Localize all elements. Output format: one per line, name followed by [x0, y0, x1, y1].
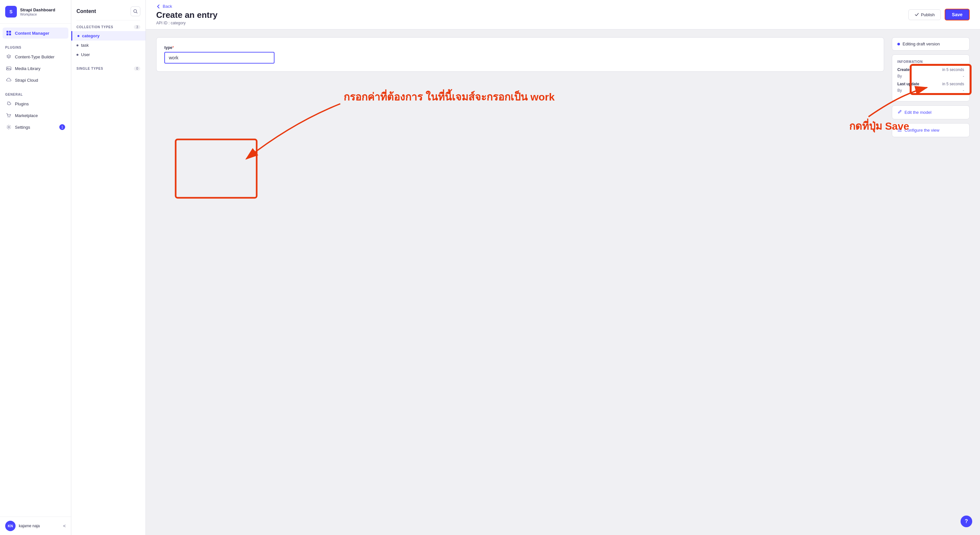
type-label: category: [82, 33, 100, 38]
type-item-task[interactable]: task: [71, 41, 145, 50]
topbar-actions: Publish Save: [908, 9, 970, 21]
search-button[interactable]: [130, 6, 140, 16]
edit-model-label: Edit the model: [905, 110, 931, 115]
form-card: type*: [156, 37, 884, 72]
created-by-label: By: [897, 74, 902, 78]
plugins-label: PLUGINS: [3, 45, 68, 51]
collapse-button[interactable]: <: [63, 523, 66, 529]
draft-dot: [897, 43, 900, 45]
field-required: *: [172, 45, 174, 50]
save-button[interactable]: Save: [945, 9, 970, 21]
sidebar-footer: KN kajame naja <: [0, 516, 71, 535]
sidebar-item-label: Marketplace: [15, 113, 38, 118]
topbar-left: Back Create an entry API ID : category: [156, 4, 218, 25]
svg-rect-2: [6, 33, 8, 35]
sidebar-item-label: Settings: [15, 125, 30, 130]
layers-icon: [6, 54, 12, 60]
last-update-row: Last update in 5 seconds: [897, 82, 964, 86]
collection-types-label: COLLECTION TYPES: [76, 25, 113, 29]
sidebar-item-content-type-builder[interactable]: Content-Type Builder: [3, 51, 68, 62]
publish-button[interactable]: Publish: [908, 10, 941, 20]
app-subtitle: Workplace: [20, 12, 55, 16]
page-title: Create an entry: [156, 10, 218, 20]
type-label: task: [81, 43, 89, 48]
type-label: User: [81, 52, 90, 57]
grid-icon: [6, 30, 12, 36]
type-item-user[interactable]: User: [71, 50, 145, 59]
svg-rect-3: [9, 33, 11, 35]
single-types-label: SINGLE TYPES: [76, 67, 103, 70]
sliders-icon: [897, 127, 902, 133]
sidebar-item-marketplace[interactable]: Marketplace: [3, 110, 68, 121]
form-area: type*: [156, 37, 884, 527]
sidebar-item-media-library[interactable]: Media Library: [3, 63, 68, 74]
sidebar-item-settings[interactable]: Settings 1: [3, 122, 68, 133]
updated-by-value: -: [963, 88, 964, 93]
configure-view-button[interactable]: Configure the view: [892, 123, 970, 137]
edit-model-button[interactable]: Edit the model: [892, 105, 970, 119]
sidebar-item-content-manager[interactable]: Content Manager: [3, 27, 68, 38]
type-dot: [76, 54, 78, 56]
cloud-icon: [6, 77, 12, 83]
body-content: type* Editing draft version INFORMATION …: [146, 30, 980, 535]
back-link[interactable]: Back: [156, 4, 218, 9]
draft-label: Editing draft version: [902, 41, 940, 46]
last-update-value: in 5 seconds: [942, 82, 964, 86]
logo-icon: S: [5, 6, 17, 18]
sidebar-item-strapi-cloud[interactable]: Strapi Cloud: [3, 75, 68, 86]
user-avatar: KN: [5, 521, 16, 531]
type-dot: [76, 45, 78, 46]
image-icon: [6, 65, 12, 71]
publish-label: Publish: [921, 12, 935, 17]
content-panel: Content COLLECTION TYPES 3 category task…: [71, 0, 146, 535]
svg-point-6: [8, 117, 8, 117]
svg-rect-4: [6, 67, 11, 70]
svg-rect-0: [6, 31, 8, 33]
general-section: GENERAL Plugins Marketplace: [0, 88, 71, 135]
plugins-section: PLUGINS Content-Type Builder Media Libra…: [0, 41, 71, 88]
type-input[interactable]: [164, 52, 275, 64]
sidebar: S Strapi Dashboard Workplace Content Man…: [0, 0, 71, 535]
single-types-header: SINGLE TYPES 0: [71, 62, 145, 73]
info-card: INFORMATION Created in 5 seconds By - La…: [892, 54, 970, 102]
user-name: kajame naja: [19, 524, 60, 528]
general-label: GENERAL: [3, 91, 68, 98]
right-panel: Editing draft version INFORMATION Create…: [892, 37, 970, 527]
help-button[interactable]: ?: [961, 516, 972, 527]
sidebar-item-label: Content-Type Builder: [15, 54, 54, 59]
updated-by-label: By: [897, 88, 902, 93]
main-area: Back Create an entry API ID : category P…: [146, 0, 980, 535]
draft-badge: Editing draft version: [892, 37, 970, 51]
svg-rect-1: [9, 31, 11, 33]
created-by-value: -: [963, 74, 964, 78]
collection-types-header: COLLECTION TYPES 3: [71, 21, 145, 31]
field-label: type*: [164, 45, 876, 50]
configure-view-label: Configure the view: [905, 128, 940, 133]
topbar: Back Create an entry API ID : category P…: [146, 0, 980, 30]
main-nav: Content Manager: [0, 24, 71, 41]
field-group-type: type*: [164, 45, 876, 64]
svg-point-7: [10, 117, 10, 117]
sidebar-item-plugins[interactable]: Plugins: [3, 98, 68, 109]
settings-badge: 1: [59, 124, 65, 130]
type-item-category[interactable]: category: [71, 31, 145, 41]
content-panel-header: Content: [71, 0, 145, 20]
sidebar-item-label: Media Library: [15, 66, 40, 71]
created-row: Created in 5 seconds: [897, 67, 964, 72]
svg-point-8: [8, 126, 10, 128]
app-title: Strapi Dashboard: [20, 8, 55, 12]
info-title: INFORMATION: [897, 60, 964, 64]
sidebar-item-label: Plugins: [15, 102, 29, 106]
field-label-text: type: [164, 45, 172, 50]
gear-icon: [6, 124, 12, 130]
sidebar-logo: S Strapi Dashboard Workplace: [0, 0, 71, 24]
created-by-row: By -: [897, 74, 964, 78]
puzzle-icon: [6, 101, 12, 107]
cart-icon: [6, 113, 12, 118]
back-label: Back: [163, 4, 172, 9]
collection-types-count: 3: [134, 25, 140, 29]
sidebar-item-label: Content Manager: [15, 31, 49, 36]
single-types-count: 0: [134, 67, 140, 71]
created-label: Created: [897, 67, 912, 72]
logo-text: Strapi Dashboard Workplace: [20, 8, 55, 16]
